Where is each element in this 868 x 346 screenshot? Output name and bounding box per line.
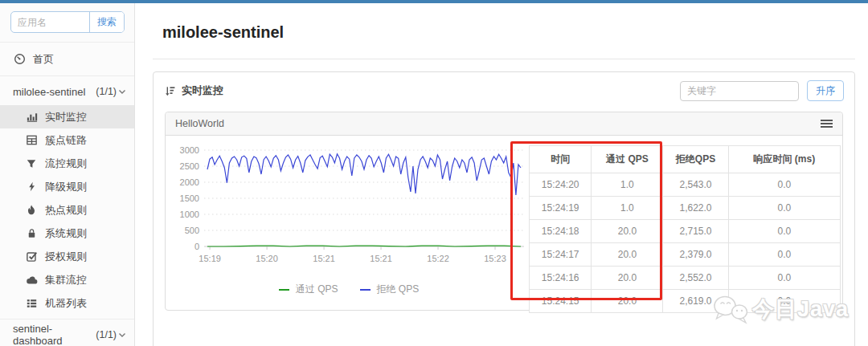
table-cell: 2,543.0 bbox=[663, 173, 728, 197]
svg-text:1500: 1500 bbox=[180, 193, 199, 203]
chevron-down-icon bbox=[118, 332, 126, 338]
table-cell: 15:24:18 bbox=[530, 220, 592, 243]
sidebar-item-实时监控[interactable]: 实时监控 bbox=[0, 105, 134, 128]
sidebar-group: milolee-sentinel(1/1)实时监控簇点链路流控规则降级规则热点规… bbox=[0, 75, 134, 319]
table-row: 15:24:1620.02,552.00.0 bbox=[530, 267, 841, 290]
table-cell: 15:24:17 bbox=[530, 243, 592, 267]
sidebar-item-label: 授权规则 bbox=[45, 250, 87, 264]
bolt-icon bbox=[25, 181, 38, 193]
table-cell: 2,552.0 bbox=[663, 267, 728, 290]
list-icon bbox=[25, 298, 38, 309]
table-cell: 1,622.0 bbox=[663, 197, 728, 220]
sidebar-item-label: 集群流控 bbox=[45, 273, 87, 287]
monitor-panel-title: 实时监控 bbox=[182, 83, 223, 98]
sort-order-button[interactable]: 升序 bbox=[807, 80, 844, 101]
table-cell: 2,379.0 bbox=[663, 243, 728, 267]
keyword-input[interactable] bbox=[680, 81, 799, 101]
svg-text:500: 500 bbox=[185, 226, 199, 235]
svg-text:0: 0 bbox=[194, 242, 199, 251]
table-cell: 20.0 bbox=[592, 290, 663, 313]
bar-chart-icon bbox=[25, 111, 38, 123]
table-cell: 2,715.0 bbox=[663, 220, 728, 243]
group-badge: (1/1) bbox=[96, 329, 117, 340]
table-row: 15:24:1820.02,715.00.0 bbox=[530, 220, 841, 243]
legend-swatch bbox=[360, 289, 371, 291]
table-row: 15:24:1720.02,379.00.0 bbox=[530, 243, 841, 267]
app-search-group: 搜索 bbox=[10, 11, 125, 33]
svg-text:2000: 2000 bbox=[180, 177, 199, 187]
group-badge: (1/1) bbox=[96, 86, 117, 97]
table-column-header: 拒绝QPS bbox=[663, 146, 728, 173]
table-cell: 1.0 bbox=[592, 197, 663, 220]
table-cell: 15:24:20 bbox=[530, 173, 592, 197]
sidebar-item-簇点链路[interactable]: 簇点链路 bbox=[0, 128, 134, 152]
svg-text:15:23: 15:23 bbox=[484, 254, 506, 263]
sidebar-item-home[interactable]: 首页 bbox=[0, 47, 134, 71]
table-cell: 15:24:19 bbox=[530, 197, 592, 220]
app-search-input[interactable] bbox=[11, 12, 89, 32]
table-row: 15:24:201.02,543.00.0 bbox=[530, 173, 841, 197]
sidebar-item-label: 簇点链路 bbox=[45, 133, 87, 148]
table-row: 15:24:191.01,622.00.0 bbox=[530, 197, 841, 220]
legend-label: 通过 QPS bbox=[296, 283, 338, 296]
table-row: 15:24:1520.02,619.00.0 bbox=[530, 290, 841, 313]
table-cell: 20.0 bbox=[592, 243, 663, 267]
svg-text:15:22: 15:22 bbox=[427, 254, 449, 263]
resource-card: HelloWorld 05001000150020002500300015:19… bbox=[165, 112, 843, 311]
check-square-icon bbox=[25, 250, 38, 263]
sidebar-item-授权规则[interactable]: 授权规则 bbox=[0, 245, 134, 268]
sidebar-item-label: 流控规则 bbox=[45, 157, 87, 171]
svg-text:15:20: 15:20 bbox=[256, 254, 278, 263]
sidebar-item-label: 实时监控 bbox=[45, 110, 87, 124]
cloud-icon bbox=[25, 275, 38, 285]
table-header-row: 时间通过 QPS拒绝QPS响应时间 (ms) bbox=[530, 146, 841, 173]
table-cell: 0.0 bbox=[728, 290, 840, 313]
sidebar-app-groups: milolee-sentinel(1/1)实时监控簇点链路流控规则降级规则热点规… bbox=[0, 75, 134, 346]
table-cell: 0.0 bbox=[728, 267, 840, 290]
monitor-panel-header: 实时监控 升序 bbox=[154, 72, 854, 108]
table-cell: 20.0 bbox=[592, 220, 663, 243]
resource-card-header: HelloWorld bbox=[166, 112, 842, 136]
table-cell: 0.0 bbox=[728, 243, 840, 267]
sidebar-item-热点规则[interactable]: 热点规则 bbox=[0, 198, 134, 222]
svg-text:15:21: 15:21 bbox=[313, 254, 335, 263]
sidebar-item-集群流控[interactable]: 集群流控 bbox=[0, 268, 134, 291]
hamburger-icon[interactable] bbox=[821, 119, 833, 128]
table-cell: 0.0 bbox=[728, 197, 840, 220]
table-cell: 15:24:16 bbox=[530, 267, 592, 290]
sidebar-group-header-milolee-sentinel[interactable]: milolee-sentinel(1/1) bbox=[0, 80, 134, 103]
sort-amount-icon bbox=[164, 85, 176, 97]
table-column-header: 响应时间 (ms) bbox=[728, 146, 840, 173]
sidebar-item-机器列表[interactable]: 机器列表 bbox=[0, 291, 134, 315]
table-cell: 20.0 bbox=[592, 267, 663, 290]
qps-line-chart: 05001000150020002500300015:1915:2015:211… bbox=[169, 144, 527, 272]
search-button[interactable]: 搜索 bbox=[89, 12, 124, 32]
group-label: milolee-sentinel bbox=[13, 86, 85, 98]
svg-text:15:21: 15:21 bbox=[370, 254, 392, 263]
table-column-header: 通过 QPS bbox=[592, 146, 663, 173]
legend-item[interactable]: 通过 QPS bbox=[279, 283, 338, 296]
main-content: milolee-sentinel 实时监控 升序 HelloWorld bbox=[135, 3, 868, 346]
sidebar-item-label: 首页 bbox=[33, 52, 54, 67]
legend-item[interactable]: 拒绝 QPS bbox=[360, 283, 420, 296]
sidebar-item-label: 系统规则 bbox=[45, 226, 87, 241]
table-cell: 1.0 bbox=[592, 173, 663, 197]
filter-icon bbox=[25, 158, 38, 169]
table-cell: 0.0 bbox=[728, 173, 840, 197]
sidebar-item-流控规则[interactable]: 流控规则 bbox=[0, 152, 134, 175]
chevron-down-icon bbox=[118, 89, 126, 95]
resource-title: HelloWorld bbox=[175, 118, 224, 129]
sidebar-item-降级规则[interactable]: 降级规则 bbox=[0, 175, 134, 198]
table-icon bbox=[25, 134, 38, 146]
table-cell: 15:24:15 bbox=[530, 290, 592, 313]
svg-text:3000: 3000 bbox=[180, 145, 199, 155]
sidebar-item-label: 降级规则 bbox=[45, 180, 87, 194]
sidebar-item-系统规则[interactable]: 系统规则 bbox=[0, 222, 134, 245]
legend-label: 拒绝 QPS bbox=[377, 283, 420, 296]
sidebar: 搜索 首页 milolee-sentinel(1/1)实时监控簇点链路流控规则降… bbox=[0, 3, 135, 346]
fire-icon bbox=[25, 204, 38, 216]
sidebar-group-header-sentinel-dashboard[interactable]: sentinel-dashboard(1/1) bbox=[0, 324, 134, 346]
chart-legend: 通过 QPS拒绝 QPS bbox=[169, 283, 529, 296]
sidebar-group: sentinel-dashboard(1/1) bbox=[0, 319, 134, 346]
lock-icon bbox=[25, 227, 38, 239]
